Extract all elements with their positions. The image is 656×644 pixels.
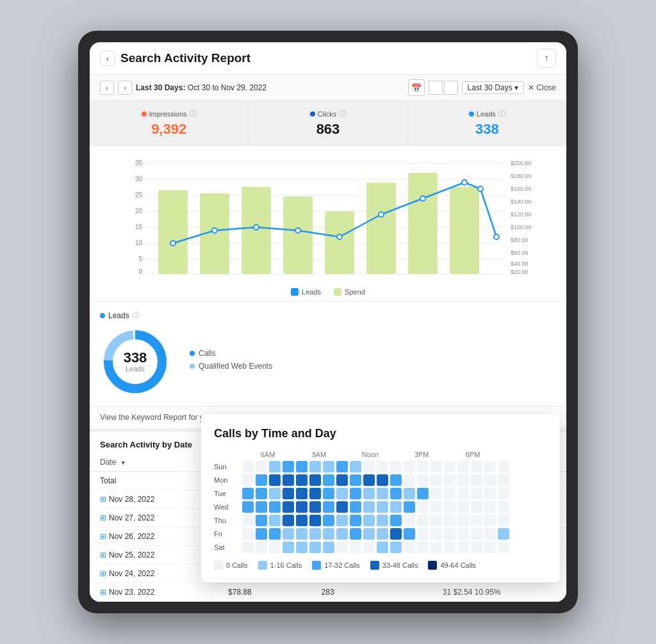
col-date[interactable]: Date ▼: [90, 453, 218, 472]
heatmap-row: Fri: [214, 528, 547, 540]
donut-number: 338: [124, 351, 147, 365]
heatmap-cell: [336, 474, 348, 486]
heatmap-cell: [390, 528, 402, 540]
heatmap-cell: [390, 474, 402, 486]
svg-rect-23: [450, 187, 479, 274]
heatmap-row: Sun: [214, 461, 547, 472]
heatmap-cell: [283, 542, 294, 553]
cell-date: ⊞Nov 27, 2022: [90, 509, 218, 527]
heatmap-cell: [484, 488, 496, 499]
heatmap-cell: [444, 488, 455, 499]
heatmap-cell: [256, 501, 267, 513]
heatmap-title: Calls by Time and Day: [214, 427, 547, 440]
heatmap-cell: [269, 542, 281, 553]
legend-cell: [214, 561, 223, 570]
svg-rect-22: [408, 173, 438, 274]
page-title: Search Activity Report: [120, 51, 250, 65]
svg-point-25: [212, 228, 217, 233]
metric-label: Impressions ⓘ: [100, 109, 238, 118]
heatmap-cell: [269, 488, 281, 499]
chart-legend: Leads Spend: [100, 288, 556, 296]
heatmap-cell: [296, 488, 308, 499]
cell-extra: 31 $2.54 10.95%: [432, 583, 566, 602]
share-button[interactable]: ↑: [537, 49, 556, 68]
svg-text:30: 30: [135, 175, 143, 182]
heatmap-cell: [296, 528, 308, 540]
heatmap-cell: [309, 461, 321, 472]
heatmap-cell: [471, 474, 482, 486]
metric-dot: [142, 111, 147, 117]
heatmap-cell: [350, 528, 361, 540]
view-toggles: [429, 81, 458, 95]
back-button[interactable]: ‹: [100, 51, 115, 66]
heatmap-cell: [498, 461, 509, 472]
calls-legend-item: Calls: [190, 349, 272, 358]
web-events-legend-item: Qualified Web Events: [190, 362, 272, 371]
heatmap-cell: [242, 542, 254, 553]
view-toggle-2[interactable]: [444, 81, 458, 95]
day-label: Thu: [214, 517, 242, 524]
calendar-icon[interactable]: 📅: [408, 79, 425, 96]
heatmap-cell: [484, 528, 496, 540]
info-icon: ⓘ: [190, 109, 197, 118]
legend-label: 1-16 Calls: [270, 561, 302, 569]
day-label: Sun: [214, 463, 242, 471]
info-icon: ⓘ: [339, 109, 346, 118]
heatmap-cell: [457, 474, 469, 486]
heatmap-cell: [323, 488, 334, 499]
heatmap-cell: [498, 542, 509, 553]
heatmap-cell: [377, 501, 388, 513]
metrics-row: Impressions ⓘ 9,392 Clicks ⓘ 863 Leads ⓘ…: [90, 101, 566, 146]
next-date-button[interactable]: ›: [118, 81, 132, 95]
heatmap-cell: [498, 528, 509, 540]
heatmap-cell: [269, 501, 281, 513]
legend-label: 33-48 Calls: [382, 561, 418, 569]
heatmap-cell: [484, 542, 496, 553]
heatmap-cell: [457, 528, 469, 540]
heatmap-cell: [444, 461, 455, 472]
heatmap-cell: [471, 488, 482, 499]
heatmap-cell: [336, 528, 348, 540]
heatmap-cell: [309, 515, 321, 526]
heatmap-cell: [444, 528, 455, 540]
heatmap-cell: [444, 542, 455, 553]
legend-leads: Leads: [291, 288, 321, 296]
time-label: 9AM: [293, 451, 345, 458]
range-dropdown[interactable]: Last 30 Days ▾: [462, 81, 524, 94]
legend-label: 17-32 Calls: [324, 561, 360, 569]
heatmap-cell: [363, 515, 375, 526]
heatmap-cell: [296, 515, 308, 526]
svg-text:$180.00: $180.00: [511, 173, 532, 179]
close-button[interactable]: ✕ Close: [528, 83, 556, 92]
heatmap-cell: [269, 515, 281, 526]
heatmap-cell: [323, 501, 334, 513]
heatmap-cell: [390, 488, 402, 499]
prev-date-button[interactable]: ‹: [100, 81, 114, 95]
heatmap-cell: [430, 542, 442, 553]
heatmap-cell: [457, 542, 469, 553]
legend-label: 49-64 Calls: [440, 561, 476, 569]
metric-card-clicks: Clicks ⓘ 863: [249, 101, 407, 145]
legend-entry: 49-64 Calls: [428, 561, 476, 570]
donut-sub: Leads: [124, 365, 147, 373]
heatmap-cell: [309, 542, 321, 553]
heatmap-cell: [430, 474, 442, 486]
web-events-label: Qualified Web Events: [199, 362, 272, 371]
heatmap-cell: [323, 515, 334, 526]
heatmap-cell: [256, 528, 267, 540]
leads-legend: Calls Qualified Web Events: [190, 349, 272, 374]
view-toggle-1[interactable]: [429, 81, 443, 95]
day-label: Tue: [214, 490, 242, 497]
heatmap-cell: [350, 461, 361, 472]
donut-chart: 338 Leads: [100, 326, 170, 397]
heatmap-cell: [377, 515, 388, 526]
svg-rect-20: [325, 211, 354, 274]
metric-card-leads: Leads ⓘ 338: [408, 101, 566, 145]
svg-point-26: [254, 225, 259, 230]
heatmap-cell: [336, 488, 348, 499]
leads-swatch: [291, 288, 299, 296]
chart-svg: 35 30 25 20 15 10 5 0: [100, 154, 556, 282]
heatmap-cell: [296, 474, 308, 486]
heatmap-cell: [457, 461, 469, 472]
time-label: 6PM: [447, 451, 498, 458]
